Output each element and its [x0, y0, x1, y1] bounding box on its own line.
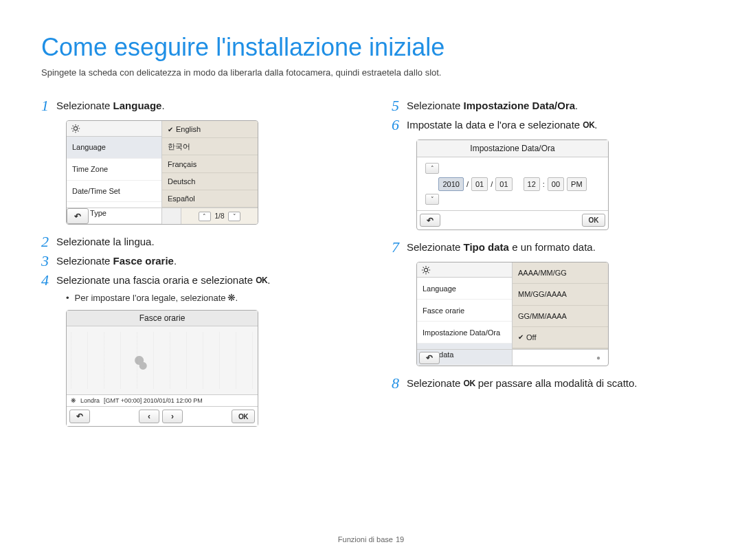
next-button[interactable]: ›: [162, 410, 183, 423]
list-item[interactable]: Impostazione Data/Ora: [417, 322, 512, 344]
step-text-3: Selezionate Fasce orarie.: [56, 254, 177, 269]
tz-title: Fasce orarie: [67, 311, 258, 326]
gear-header: [67, 121, 162, 136]
page-down-button[interactable]: ˅: [228, 212, 240, 221]
list-item[interactable]: GG/MM/AAAA: [513, 306, 608, 327]
page-up-button[interactable]: ˄: [199, 212, 211, 221]
prev-button[interactable]: ‹: [139, 410, 159, 423]
ok-button[interactable]: OK: [582, 214, 605, 227]
list-item[interactable]: Date/Time Set: [67, 181, 161, 203]
back-button[interactable]: ↶: [419, 352, 440, 364]
dt-title: Impostazione Data/Ora: [417, 140, 608, 157]
back-button[interactable]: ↶: [69, 410, 90, 423]
datetime-screen: Impostazione Data/Ora ˄ ˅ 2010 / 01 / 01…: [416, 139, 609, 230]
page-footer: Funzioni di base19: [0, 535, 742, 544]
language-screen: Language Time Zone Date/Time Set Date Ty…: [66, 120, 258, 225]
dst-icon: ❋: [227, 292, 236, 303]
timezone-screen: Fasce orarie ❋ Londra [GMT +00:00] 2010/…: [66, 310, 258, 427]
list-item[interactable]: Deutsch: [162, 173, 258, 190]
step-text-5: Selezionate Impostazione Data/Ora.: [407, 98, 578, 113]
step-text-8: Selezionate OK per passare alla modalità…: [407, 376, 638, 391]
step4-subnote: Per impostare l'ora legale, selezionate …: [66, 292, 350, 303]
ok-icon: OK: [583, 117, 594, 133]
step-num-8: 8: [392, 376, 407, 391]
list-item[interactable]: MM/GG/AAAA: [513, 284, 608, 305]
ok-icon: OK: [256, 273, 267, 288]
step-num-2: 2: [41, 234, 56, 249]
tz-status: [GMT +00:00] 2010/01/01 12:00 PM: [104, 397, 203, 404]
gear-icon: [71, 124, 80, 133]
back-button[interactable]: ↶: [420, 214, 440, 227]
month-field[interactable]: 01: [471, 177, 488, 191]
tz-city: Londra: [80, 397, 100, 404]
svg-point-0: [74, 126, 77, 130]
list-item[interactable]: Language: [417, 278, 512, 300]
list-item[interactable]: 한국어: [162, 138, 258, 155]
svg-point-1: [424, 268, 427, 271]
list-item[interactable]: English: [162, 121, 258, 138]
minute-field[interactable]: 00: [548, 177, 564, 191]
list-item[interactable]: Français: [162, 155, 258, 172]
step-num-1: 1: [41, 98, 56, 113]
step-text-2: Selezionate la lingua.: [56, 234, 155, 249]
step-num-5: 5: [392, 98, 407, 113]
indicator-dot: ●: [596, 354, 600, 361]
hour-field[interactable]: 12: [524, 177, 540, 191]
dst-icon[interactable]: ❋: [71, 397, 76, 404]
settings-right-list: AAAA/MM/GG MM/GG/AAAA GG/MM/AAAA Off: [513, 262, 608, 349]
step-num-7: 7: [392, 240, 407, 255]
step-num-6: 6: [392, 117, 407, 133]
step-text-1: Selezionate Language.: [56, 98, 165, 113]
back-button[interactable]: ↶: [67, 208, 89, 224]
list-item[interactable]: Fasce orarie: [417, 300, 512, 322]
datetype-screen: Language Fasce orarie Impostazione Data/…: [416, 262, 609, 366]
value-up-button[interactable]: ˄: [425, 163, 439, 174]
list-item[interactable]: Time Zone: [67, 159, 161, 181]
step-text-7: Selezionate Tipo data e un formato data.: [407, 240, 596, 255]
intro-text: Spingete la scheda con delicatezza in mo…: [41, 67, 701, 78]
ok-button[interactable]: OK: [232, 410, 255, 423]
step-num-4: 4: [41, 273, 56, 288]
page-title: Come eseguire l'installazione iniziale: [41, 33, 701, 62]
step-text-6: Impostate la data e l'ora e selezionate …: [407, 117, 598, 133]
world-map: [67, 326, 258, 395]
value-down-button[interactable]: ˅: [425, 194, 439, 205]
list-item[interactable]: Español: [162, 190, 258, 208]
list-item[interactable]: AAAA/MM/GG: [513, 262, 608, 284]
list-item[interactable]: Language: [67, 137, 161, 159]
year-field[interactable]: 2010: [438, 177, 463, 191]
step-text-4: Selezionate una fascia oraria e selezion…: [56, 273, 270, 288]
settings-right-list: English 한국어 Français Deutsch Español: [162, 121, 258, 208]
pager-label: 1/8: [215, 212, 225, 220]
gear-header: [417, 262, 513, 278]
gear-icon: [421, 265, 431, 275]
ampm-field[interactable]: PM: [567, 177, 587, 191]
list-item[interactable]: Off: [513, 327, 608, 348]
pager: ˄ 1/8 ˅: [181, 208, 258, 224]
step-num-3: 3: [41, 254, 56, 269]
day-field[interactable]: 01: [495, 177, 512, 191]
ok-icon: OK: [464, 376, 475, 391]
